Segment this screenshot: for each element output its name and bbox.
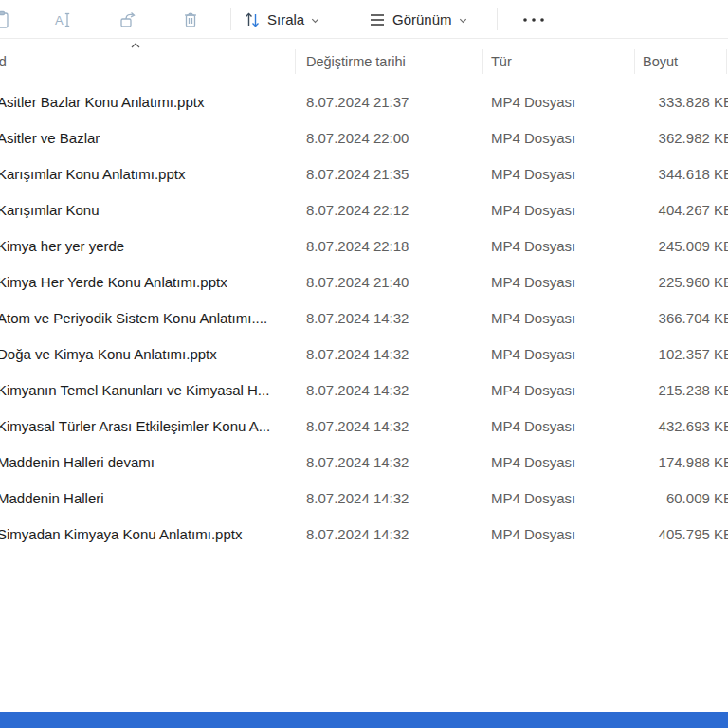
file-size: 102.357 KB [643,346,728,362]
toolbar-separator [230,8,231,30]
file-date-modified: 8.07.2024 21:37 [306,94,491,110]
file-size: 404.267 KB [643,202,728,218]
column-header-name[interactable]: Ad [0,54,306,69]
sort-label: Sırala [267,11,304,27]
file-row[interactable]: Doğa ve Kimya Konu Anlatımı.pptx 8.07.20… [0,336,728,372]
file-type: MP4 Dosyası [491,454,643,470]
file-type: MP4 Dosyası [491,418,643,434]
column-separator[interactable] [482,49,483,74]
chevron-down-icon [310,15,320,26]
file-size: 405.795 KB [643,526,728,542]
file-row[interactable]: Maddenin Halleri devamı 8.07.2024 14:32 … [0,444,728,480]
file-size: 362.982 KB [643,130,728,146]
file-date-modified: 8.07.2024 22:18 [306,238,491,254]
file-size: 225.960 KB [643,274,728,290]
file-date-modified: 8.07.2024 22:12 [306,202,491,218]
file-name: Maddenin Halleri [0,490,306,506]
toolbar: A [0,0,728,39]
file-type: MP4 Dosyası [491,526,643,542]
column-separator[interactable] [726,49,727,74]
file-name: Kimya her yer yerde [0,238,306,254]
file-name: Atom ve Periyodik Sistem Konu Anlatımı..… [0,310,306,326]
file-name: Kimyasal Türler Arası Etkileşimler Konu … [0,418,306,434]
file-type: MP4 Dosyası [491,490,643,506]
column-separator[interactable] [295,49,296,74]
file-row[interactable]: Kimya her yer yerde 8.07.2024 22:18 MP4 … [0,228,728,264]
file-size: 60.009 KB [643,490,728,506]
file-type: MP4 Dosyası [491,94,643,110]
column-separator[interactable] [634,49,635,74]
rename-icon[interactable]: A [52,9,73,30]
file-row[interactable]: Kimyasal Türler Arası Etkileşimler Konu … [0,408,728,444]
file-size: 174.988 KB [643,454,728,470]
file-date-modified: 8.07.2024 21:40 [306,274,491,290]
file-type: MP4 Dosyası [491,382,643,398]
paste-icon[interactable] [0,9,12,30]
file-size: 432.693 KB [643,418,728,434]
file-name: Kimyanın Temel Kanunları ve Kimyasal H..… [0,382,306,398]
file-size: 366.704 KB [643,310,728,326]
file-size: 245.009 KB [643,238,728,254]
sort-ascending-icon [130,41,141,50]
file-row[interactable]: Karışımlar Konu 8.07.2024 22:12 MP4 Dosy… [0,191,728,228]
file-size: 344.618 KB [643,166,728,182]
file-row[interactable]: Karışımlar Konu Anlatımı.pptx 8.07.2024 … [0,155,728,191]
file-date-modified: 8.07.2024 14:32 [306,382,491,398]
file-row[interactable]: Asitler ve Bazlar 8.07.2024 22:00 MP4 Do… [0,119,728,155]
file-type: MP4 Dosyası [491,274,643,290]
file-row[interactable]: Atom ve Periyodik Sistem Konu Anlatımı..… [0,300,728,336]
column-header-type[interactable]: Tür [491,54,643,69]
file-date-modified: 8.07.2024 14:32 [306,454,491,470]
view-icon [368,10,387,29]
file-name: Kimya Her Yerde Konu Anlatımı.pptx [0,274,306,290]
sort-button[interactable]: Sırala [243,0,320,39]
file-name: Simyadan Kimyaya Konu Anlatımı.pptx [0,526,306,542]
file-date-modified: 8.07.2024 14:32 [306,310,491,326]
file-name: Karışımlar Konu [0,202,306,218]
toolbar-separator [497,8,498,30]
file-date-modified: 8.07.2024 21:35 [306,166,491,182]
file-date-modified: 8.07.2024 14:32 [306,526,491,542]
sort-icon [243,10,262,29]
file-size: 215.238 KB [643,382,728,398]
file-name: Asitler Bazlar Konu Anlatımı.pptx [0,94,306,110]
file-row[interactable]: Simyadan Kimyaya Konu Anlatımı.pptx 8.07… [0,516,728,552]
file-type: MP4 Dosyası [491,346,643,362]
file-type: MP4 Dosyası [491,166,643,182]
column-headers: Ad Değiştirme tarihi Tür Boyut [0,40,728,83]
file-list: Asitler Bazlar Konu Anlatımı.pptx 8.07.2… [0,83,728,552]
file-name: Karışımlar Konu Anlatımı.pptx [0,166,306,182]
file-name: Asitler ve Bazlar [0,130,306,146]
file-row[interactable]: Asitler Bazlar Konu Anlatımı.pptx 8.07.2… [0,83,728,119]
file-date-modified: 8.07.2024 14:32 [306,418,491,434]
more-icon[interactable] [520,9,547,30]
file-type: MP4 Dosyası [491,130,643,146]
view-label: Görünüm [392,11,452,27]
file-row[interactable]: Kimyanın Temel Kanunları ve Kimyasal H..… [0,372,728,408]
file-date-modified: 8.07.2024 14:32 [306,490,491,506]
file-date-modified: 8.07.2024 22:00 [306,130,491,146]
chevron-down-icon [458,15,468,26]
file-size: 333.828 KB [643,94,728,110]
share-icon[interactable] [118,9,138,30]
file-name: Doğa ve Kimya Konu Anlatımı.pptx [0,346,306,362]
file-name: Maddenin Halleri devamı [0,454,306,470]
delete-icon[interactable] [180,9,201,30]
file-row[interactable]: Maddenin Halleri 8.07.2024 14:32 MP4 Dos… [0,480,728,516]
taskbar-edge [0,712,728,728]
file-type: MP4 Dosyası [491,238,643,254]
column-header-date[interactable]: Değiştirme tarihi [306,54,491,69]
file-type: MP4 Dosyası [491,202,643,218]
file-explorer-window: A [0,0,728,728]
column-header-size[interactable]: Boyut [643,54,728,69]
file-type: MP4 Dosyası [491,310,643,326]
svg-text:A: A [55,13,64,27]
file-row[interactable]: Kimya Her Yerde Konu Anlatımı.pptx 8.07.… [0,264,728,300]
file-date-modified: 8.07.2024 14:32 [306,346,491,362]
view-button[interactable]: Görünüm [368,0,468,39]
